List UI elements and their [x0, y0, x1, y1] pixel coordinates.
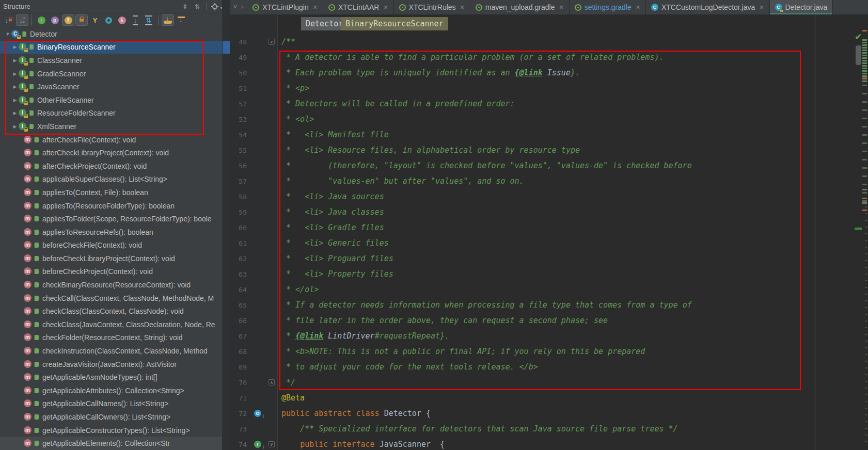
show-interfaces-icon[interactable]: [102, 14, 115, 26]
code-text[interactable]: * <b>NOTE: This is not a public or final…: [278, 347, 645, 356]
tree-item-checkbinaryresource-resourcecontext-void[interactable]: mcheckBinaryResource(ResourceContext): v…: [0, 278, 222, 292]
collapse-all-icon[interactable]: ⇅: [193, 3, 202, 11]
code-line-62[interactable]: 62 * <li> Proguard files: [230, 251, 868, 266]
collapse-all-icon[interactable]: ⇅: [143, 14, 155, 26]
code-text[interactable]: /** Specialized interface for detectors …: [278, 424, 678, 433]
code-text[interactable]: * If a detector needs information when p…: [278, 300, 692, 310]
tab-xtclintrrules[interactable]: XTCLintrRules✕: [394, 0, 470, 14]
collapsed-arrow-icon[interactable]: ▶: [11, 71, 19, 76]
close-tab-icon[interactable]: ✕: [559, 4, 563, 11]
code-line-58[interactable]: 58 * <li> Java sources: [230, 189, 868, 204]
collapsed-arrow-icon[interactable]: ▶: [11, 84, 19, 89]
code-line-55[interactable]: 55 * <li> Resource files, in alphabetica…: [230, 142, 868, 158]
code-text[interactable]: * <p>: [278, 84, 309, 93]
code-text[interactable]: * Each problem type is uniquely identifi…: [278, 68, 580, 77]
tree-item-checkcall-classcontext-classnode-methodn[interactable]: mcheckCall(ClassContext, ClassNode, Meth…: [0, 292, 222, 305]
fold-open-icon[interactable]: ∨: [269, 39, 275, 45]
inspection-ok-check-icon[interactable]: ✔: [855, 32, 862, 42]
code-line-70[interactable]: 70∧ */: [230, 375, 868, 390]
settings-gear-icon[interactable]: ▾: [211, 3, 219, 11]
fold-close-icon[interactable]: ∧: [269, 379, 275, 385]
code-text[interactable]: * Detectors will be called in a predefin…: [278, 99, 515, 108]
code-line-50[interactable]: 50 * Each problem type is uniquely ident…: [230, 65, 868, 81]
code-text[interactable]: * <li> Resource files, in alphabetical o…: [278, 146, 580, 155]
collapsed-arrow-icon[interactable]: ▶: [11, 44, 19, 50]
code-line-66[interactable]: 66 * file later in the order above, they…: [230, 313, 868, 328]
tree-item-detector[interactable]: ▼CDetector: [0, 27, 222, 41]
expanded-arrow-icon[interactable]: ▼: [4, 31, 11, 37]
tree-item-beforecheckfile-context-void[interactable]: mbeforeCheckFile(Context): void: [0, 239, 222, 252]
code-text[interactable]: * <li> Generic files: [278, 238, 389, 248]
tab-xtclintplugin[interactable]: XTCLintPlugin✕: [247, 0, 323, 14]
tree-item-javascanner[interactable]: ▶IJavaScanner: [0, 80, 222, 93]
tree-item-beforechecklibraryproject-context-void[interactable]: mbeforeCheckLibraryProject(Context): voi…: [0, 252, 222, 265]
implementation-marker-icon[interactable]: I↓: [254, 441, 261, 448]
code-text[interactable]: * <li> Gradle files: [278, 223, 384, 232]
show-non-public-icon[interactable]: [75, 14, 88, 26]
tree-item-appliesto-resourcefoldertype-boolean[interactable]: mappliesTo(ResourceFolderType): boolean: [0, 199, 222, 213]
tree-item-getapplicablecallnames-list-string-[interactable]: mgetApplicableCallNames(): List<String>: [0, 397, 222, 411]
tree-item-afterchecklibraryproject-context-void[interactable]: mafterCheckLibraryProject(Context): void: [0, 146, 222, 159]
tree-item-checkclass-classcontext-classnode-void[interactable]: mcheckClass(ClassContext, ClassNode): vo…: [0, 304, 222, 318]
code-line-74[interactable]: 74I↓∨ public interface JavaScanner {: [230, 437, 868, 450]
close-tab-icon[interactable]: ✕: [460, 4, 465, 11]
code-text[interactable]: @Beta: [278, 393, 305, 403]
code-text[interactable]: * </ol>: [278, 285, 319, 294]
code-line-56[interactable]: 56 * (therefore, "layout" is checked bef…: [230, 158, 868, 173]
tree-item-getapplicableattributes-collection-strin[interactable]: mgetApplicableAttributes(): Collection<S…: [0, 384, 222, 397]
tree-item-appliesto-context-file-boolean[interactable]: mappliesTo(Context, File): boolean: [0, 186, 222, 199]
tool-window-splitter[interactable]: [222, 0, 230, 450]
tab-xtclintaar[interactable]: XTCLintAAR✕: [323, 0, 394, 14]
collapsed-arrow-icon[interactable]: ▶: [11, 98, 19, 103]
expand-all-icon[interactable]: ⇕: [180, 3, 190, 11]
code-text[interactable]: * <li> Manifest file: [278, 130, 389, 139]
tree-item-aftercheckfile-context-void[interactable]: mafterCheckFile(Context): void: [0, 133, 222, 147]
fold-open-icon[interactable]: ∨: [269, 441, 275, 447]
chevron-down-icon[interactable]: ˅: [233, 4, 237, 11]
tree-item-otherfilescanner[interactable]: ▶IOtherFileScanner: [0, 93, 222, 107]
tree-item-getapplicableelements-collection-str[interactable]: mgetApplicableElements(): Collection<Str: [0, 437, 222, 450]
tree-item-classscanner[interactable]: ▶IClassScanner: [0, 54, 222, 67]
scrollbar-thumb[interactable]: [856, 45, 861, 65]
tree-item-appliestoresourcerefs-boolean[interactable]: mappliesToResourceRefs(): boolean: [0, 226, 222, 239]
code-line-63[interactable]: 63 * <li> Property files: [230, 266, 868, 282]
tree-item-gradlescanner[interactable]: ▶IGradleScanner: [0, 67, 222, 81]
code-line-48[interactable]: 48∨/**: [230, 34, 868, 50]
code-text[interactable]: public interface JavaScanner {: [278, 440, 445, 449]
code-text[interactable]: * <ol>: [278, 115, 314, 124]
code-line-65[interactable]: 65 * If a detector needs information whe…: [230, 297, 868, 313]
tree-item-resourcefolderscanner[interactable]: ▶IResourceFolderScanner: [0, 107, 222, 120]
sort-by-visibility-icon[interactable]: ↓: [3, 14, 15, 26]
code-line-52[interactable]: 52 * Detectors will be called in a prede…: [230, 96, 868, 111]
show-properties-icon[interactable]: p: [49, 14, 61, 26]
code-text[interactable]: * (therefore, "layout" is checked before…: [278, 161, 692, 170]
close-tab-icon[interactable]: ✕: [636, 4, 640, 11]
code-line-53[interactable]: 53 * <ol>: [230, 111, 868, 127]
code-text[interactable]: public abstract class Detector {: [278, 409, 431, 418]
code-line-72[interactable]: 72O↓public abstract class Detector {: [230, 406, 868, 421]
close-tab-icon[interactable]: ✕: [759, 4, 764, 11]
code-line-49[interactable]: 49 * A detector is able to find a partic…: [230, 50, 868, 65]
tree-item-getapplicablecallowners-list-string-[interactable]: mgetApplicableCallOwners(): List<String>: [0, 410, 222, 424]
code-text[interactable]: /**: [278, 37, 295, 46]
code-line-51[interactable]: 51 * <p>: [230, 81, 868, 96]
collapsed-arrow-icon[interactable]: ▶: [11, 124, 19, 129]
tree-item-checkclass-javacontext-classdeclaration-[interactable]: mcheckClass(JavaContext, ClassDeclaratio…: [0, 318, 222, 331]
code-line-67[interactable]: 67 * {@link LintDriver#requestRepeat}.: [230, 328, 868, 344]
sort-alphabetically-icon[interactable]: ↓az: [16, 14, 28, 26]
tree-item-appliestofolder-scope-resourcefoldertype[interactable]: mappliesToFolder(Scope, ResourceFolderTy…: [0, 212, 222, 226]
hide-panel-icon[interactable]: ⊦: [241, 4, 244, 11]
breadcrumb-chip-binaryresourcescanner[interactable]: BinaryResourceScanner: [341, 17, 448, 30]
code-line-69[interactable]: 69 * to adjust your code for the next to…: [230, 359, 868, 375]
close-tab-icon[interactable]: ✕: [313, 4, 318, 11]
tree-item-xmlscanner[interactable]: ▶IXmlScanner: [0, 120, 222, 133]
code-line-71[interactable]: 71@Beta: [230, 390, 868, 406]
code-text[interactable]: */: [278, 378, 295, 387]
show-anonymous-classes-icon[interactable]: Y: [89, 14, 101, 26]
tree-item-applicablesuperclasses-list-string-[interactable]: mapplicableSuperClasses(): List<String>: [0, 173, 222, 186]
collapsed-arrow-icon[interactable]: ▶: [11, 58, 19, 63]
code-line-59[interactable]: 59 * <li> Java classes: [230, 204, 868, 220]
code-line-73[interactable]: 73 /** Specialized interface for detecto…: [230, 421, 868, 437]
code-line-60[interactable]: 60 * <li> Gradle files: [230, 220, 868, 235]
show-fields-icon[interactable]: f: [62, 14, 74, 26]
